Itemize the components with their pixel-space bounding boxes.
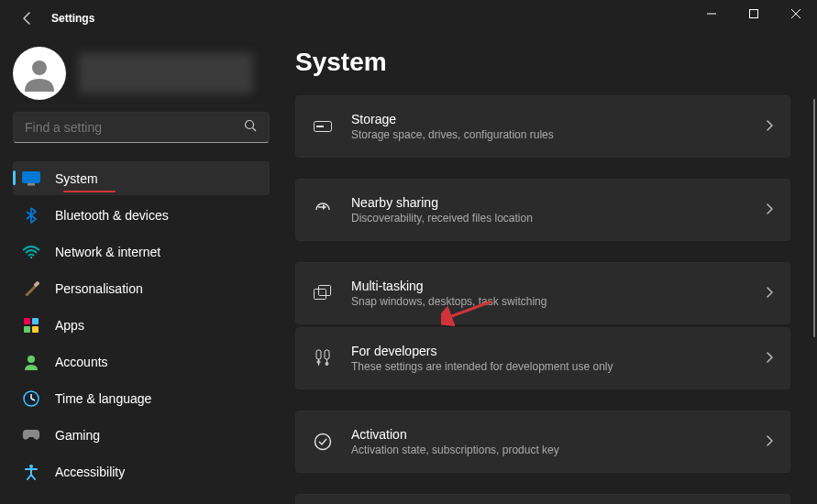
gaming-icon [22,426,40,444]
svg-rect-7 [23,171,40,182]
share-icon [313,200,333,220]
sidebar-item-wifi[interactable]: Network & internet [13,235,270,268]
sidebar-item-label: Time & language [55,391,151,406]
card-title: Multi-tasking [351,278,547,294]
card-title: For developers [351,343,613,359]
search-input[interactable] [25,120,244,135]
sidebar-item-bluetooth[interactable]: Bluetooth & devices [13,198,270,232]
svg-rect-14 [32,326,39,333]
brush-icon [22,279,40,298]
activation-icon [313,432,333,452]
card-subtitle: Discoverability, received files location [351,211,533,226]
card-multitask[interactable]: Multi-taskingSnap windows, desktops, tas… [295,262,790,324]
svg-rect-25 [325,350,329,359]
sidebar-item-time[interactable]: Time & language [13,381,270,415]
sidebar-item-label: Personalisation [55,281,143,296]
maximize-button[interactable] [733,0,775,27]
sidebar-item-brush[interactable]: Personalisation [13,271,270,305]
profile-info-redacted [79,53,253,93]
nav-list: SystemBluetooth & devicesNetwork & inter… [13,161,270,488]
window-title: Settings [51,12,94,25]
card-subtitle: These settings are intended for developm… [351,359,613,375]
card-title: Nearby sharing [351,194,533,211]
card-activation[interactable]: ActivationActivation state, subscription… [295,411,790,473]
close-button[interactable] [775,0,817,27]
sidebar-item-label: Apps [55,318,84,333]
main-content: System StorageStorage space, drives, con… [295,48,801,504]
back-button[interactable] [13,4,42,33]
sidebar-item-gaming[interactable]: Gaming [13,418,270,452]
svg-point-19 [29,465,33,468]
sidebar-item-label: Bluetooth & devices [55,208,169,223]
svg-point-15 [28,356,35,363]
svg-rect-21 [316,126,324,127]
sidebar-item-account[interactable]: Accounts [13,345,270,378]
search-field[interactable] [13,112,270,143]
card-title: Activation [351,426,559,443]
storage-icon [313,116,333,137]
chevron-right-icon [766,435,773,449]
sidebar-item-label: Gaming [55,428,100,443]
apps-icon [22,316,40,334]
svg-point-30 [315,434,331,450]
window-controls [690,0,817,27]
svg-rect-22 [315,290,326,300]
developer-icon [313,348,333,368]
svg-rect-23 [319,286,331,296]
chevron-right-icon [766,120,773,134]
wifi-icon [22,243,40,261]
svg-rect-11 [24,318,30,324]
avatar [13,47,66,100]
card-troubleshoot[interactable]: TroubleshootRecommended troubleshooters,… [295,494,790,504]
card-storage[interactable]: StorageStorage space, drives, configurat… [295,95,790,158]
sidebar: SystemBluetooth & devicesNetwork & inter… [0,46,275,504]
account-icon [22,353,40,371]
monitor-icon [22,170,40,188]
svg-rect-24 [316,350,321,359]
svg-rect-1 [750,10,758,18]
svg-point-9 [30,256,32,257]
sidebar-item-access[interactable]: Accessibility [13,455,270,488]
chevron-right-icon [766,203,773,217]
scrollbar-thumb[interactable] [813,99,815,337]
card-list: StorageStorage space, drives, configurat… [295,95,801,504]
page-heading: System [295,48,801,77]
chevron-right-icon [766,287,773,301]
card-title: Storage [351,111,554,127]
minimize-button[interactable] [690,0,733,27]
sidebar-item-label: System [55,171,98,186]
svg-rect-12 [32,318,39,324]
card-share[interactable]: Nearby sharingDiscoverability, received … [295,179,790,241]
card-developer[interactable]: For developersThese settings are intende… [295,327,790,389]
card-subtitle: Activation state, subscriptions, product… [351,443,559,458]
time-icon [22,389,40,408]
svg-rect-8 [28,183,35,186]
annotation-underline [63,191,116,192]
bluetooth-icon [22,206,40,225]
sidebar-item-label: Network & internet [55,245,160,259]
svg-point-4 [32,60,47,75]
multitask-icon [313,283,333,303]
svg-point-5 [246,121,254,129]
sidebar-item-apps[interactable]: Apps [13,308,270,342]
chevron-right-icon [766,352,773,366]
card-subtitle: Storage space, drives, configuration rul… [351,127,554,143]
search-icon [244,119,258,136]
access-icon [22,463,40,481]
svg-line-6 [253,128,257,132]
sidebar-item-label: Accounts [55,355,108,369]
sidebar-item-label: Accessibility [55,465,125,479]
card-subtitle: Snap windows, desktops, task switching [351,294,547,310]
sidebar-item-monitor[interactable]: System [13,161,270,195]
profile-block[interactable] [13,46,275,101]
svg-rect-13 [24,326,30,333]
